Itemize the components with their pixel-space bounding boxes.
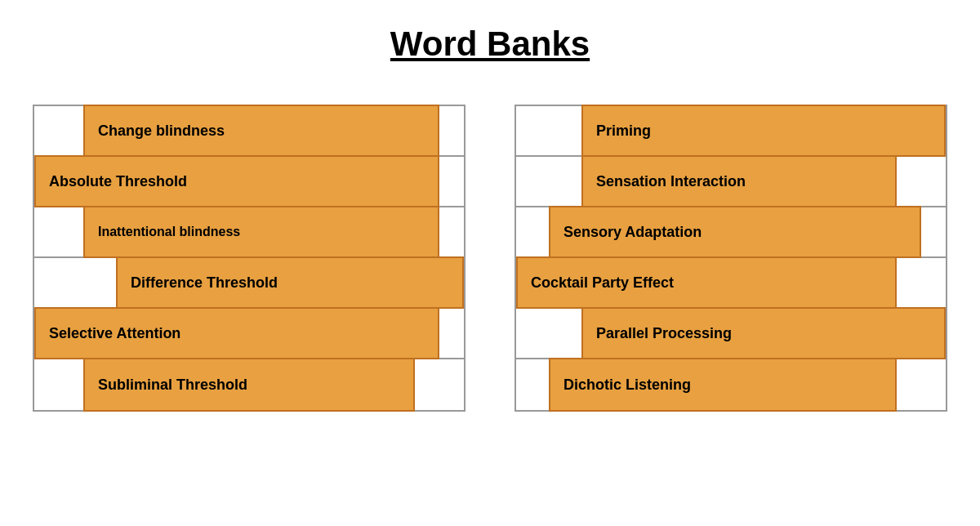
card-selective-attention[interactable]: Selective Attention bbox=[34, 307, 439, 359]
row-change-blindness[interactable]: Change blindness bbox=[34, 106, 464, 157]
card-sensation-interaction[interactable]: Sensation Interaction bbox=[581, 155, 897, 207]
card-sensory-adaptation[interactable]: Sensory Adaptation bbox=[549, 206, 921, 258]
card-cocktail-party-effect[interactable]: Cocktail Party Effect bbox=[516, 256, 897, 309]
card-dichotic-listening[interactable]: Dichotic Listening bbox=[549, 358, 897, 412]
row-selective-attention[interactable]: Selective Attention bbox=[34, 309, 464, 359]
card-absolute-threshold[interactable]: Absolute Threshold bbox=[34, 155, 439, 207]
left-bank: Change blindness Absolute Threshold Inat… bbox=[33, 105, 466, 412]
row-sensation-interaction[interactable]: Sensation Interaction bbox=[516, 157, 946, 207]
row-cocktail-party-effect[interactable]: Cocktail Party Effect bbox=[516, 258, 946, 309]
page-title: Word Banks bbox=[390, 25, 590, 64]
card-priming[interactable]: Priming bbox=[581, 105, 946, 157]
right-bank: Priming Sensation Interaction Sensory Ad… bbox=[514, 105, 947, 412]
row-sensory-adaptation[interactable]: Sensory Adaptation bbox=[516, 207, 946, 258]
row-dichotic-listening[interactable]: Dichotic Listening bbox=[516, 359, 946, 410]
row-priming[interactable]: Priming bbox=[516, 106, 946, 157]
row-subliminal-threshold[interactable]: Subliminal Threshold bbox=[34, 359, 464, 410]
word-banks-container: Change blindness Absolute Threshold Inat… bbox=[33, 105, 947, 412]
card-subliminal-threshold[interactable]: Subliminal Threshold bbox=[83, 358, 415, 412]
row-difference-threshold[interactable]: Difference Threshold bbox=[34, 258, 464, 309]
card-change-blindness[interactable]: Change blindness bbox=[83, 105, 439, 157]
card-difference-threshold[interactable]: Difference Threshold bbox=[116, 256, 464, 309]
card-parallel-processing[interactable]: Parallel Processing bbox=[581, 307, 946, 359]
row-parallel-processing[interactable]: Parallel Processing bbox=[516, 309, 946, 359]
row-inattentional-blindness[interactable]: Inattentional blindness bbox=[34, 207, 464, 258]
row-absolute-threshold[interactable]: Absolute Threshold bbox=[34, 157, 464, 207]
card-inattentional-blindness[interactable]: Inattentional blindness bbox=[83, 206, 439, 258]
